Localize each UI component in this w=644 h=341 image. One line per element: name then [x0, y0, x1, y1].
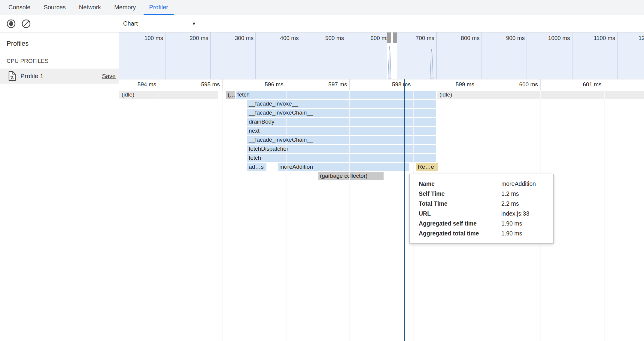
cpu-activity-spike: [430, 49, 433, 79]
tooltip-value: 1.90 ms: [501, 229, 548, 238]
flame-gridline-overlay: [604, 90, 605, 341]
overview-tick-label: 600 ms: [356, 35, 389, 41]
tabs: ConsoleSourcesNetworkMemoryProfiler: [2, 0, 175, 15]
overview-gridline: [210, 32, 211, 79]
tooltip-value: 2.2 ms: [501, 199, 548, 209]
tooltip-value: index.js:33: [501, 209, 548, 219]
overview-gridline: [481, 32, 482, 79]
flame-bar[interactable]: fetch: [247, 154, 436, 162]
overview-gridline: [165, 32, 166, 79]
overview-gridline: [301, 32, 301, 79]
cpu-activity-spike: [388, 46, 391, 79]
tab-console[interactable]: Console: [2, 0, 37, 15]
tooltip-label: Name: [419, 179, 501, 189]
frame-tooltip: NamemoreAdditionSelf Time1.2 msTotal Tim…: [409, 174, 554, 244]
view-mode-select[interactable]: Chart ▼: [123, 20, 196, 27]
overview-tick-label: 500 ms: [311, 35, 344, 41]
flame-chart[interactable]: (idle)(…fetch(idle)__facade_invoke____fa…: [119, 90, 644, 341]
overview-gridline: [346, 32, 346, 79]
overview-tick-label: 1000 ms: [537, 35, 570, 41]
playhead-marker[interactable]: [404, 79, 405, 341]
flame-gridline-overlay: [159, 90, 159, 341]
tooltip-value: moreAddition: [501, 179, 548, 189]
overview-tick-label: 900 ms: [492, 35, 525, 41]
ruler-gridline: [477, 79, 477, 90]
overview-tick-label: 300 ms: [220, 35, 254, 41]
ruler-gridline: [286, 79, 286, 90]
flame-gridline-overlay: [286, 90, 287, 341]
overview-gridline: [255, 32, 256, 79]
tooltip-row: Aggregated total time1.90 ms: [419, 229, 548, 238]
profile-name: Profile 1: [20, 72, 44, 80]
cpu-profiles-section-label: CPU PROFILES: [0, 48, 119, 69]
record-icon[interactable]: [6, 19, 16, 29]
tab-network[interactable]: Network: [72, 0, 108, 15]
overview-gridline: [527, 32, 527, 79]
view-toolbar: Chart ▼: [119, 15, 644, 32]
flame-bar[interactable]: (…: [226, 91, 235, 99]
flame-bar[interactable]: __facade_invokeChain__: [247, 109, 436, 117]
overview-tick-label: 1100 ms: [582, 35, 615, 41]
overview-tick-label: 700 ms: [401, 35, 434, 41]
tooltip-value: 1.2 ms: [501, 189, 548, 199]
ruler-tick-label: 597 ms: [310, 81, 347, 88]
ruler-gridline: [413, 79, 413, 90]
tooltip-row: NamemoreAddition: [419, 179, 548, 189]
overview-gridline: [436, 32, 437, 79]
flame-bar[interactable]: __facade_invokeChain__: [247, 136, 436, 144]
flame-bar[interactable]: (garbage collector): [318, 172, 384, 180]
profiles-heading: Profiles: [0, 32, 119, 48]
flame-bar[interactable]: (idle): [119, 91, 218, 99]
tooltip-label: URL: [419, 209, 501, 219]
profiler-toolbar: [0, 15, 119, 32]
flame-bar[interactable]: ad…s: [247, 163, 266, 171]
flame-bar[interactable]: Re…e: [416, 163, 438, 171]
overview-gridline: [617, 32, 618, 79]
tab-memory[interactable]: Memory: [108, 0, 142, 15]
flame-bar[interactable]: fetch: [236, 91, 436, 99]
tab-profiler[interactable]: Profiler: [142, 0, 175, 15]
flame-bar[interactable]: moreAddition: [278, 163, 409, 171]
sidebar: Profiles CPU PROFILES Profile 1 Save: [0, 15, 119, 341]
ruler-tick-label: 595 ms: [183, 81, 220, 88]
overview-tick-label: 400 ms: [266, 35, 299, 41]
ruler-gridline: [604, 79, 604, 90]
flame-bar[interactable]: next: [247, 127, 436, 135]
ruler-tick-label: 596 ms: [247, 81, 284, 88]
overview-tick-label: 1200 ms: [627, 35, 644, 41]
tooltip-label: Self Time: [419, 189, 501, 199]
timeline-overview[interactable]: 100 ms200 ms300 ms400 ms500 ms600 ms700 …: [119, 32, 644, 79]
overview-tick-label: 200 ms: [175, 35, 208, 41]
flame-bar[interactable]: drainBody: [247, 118, 436, 126]
tooltip-row: URLindex.js:33: [419, 209, 548, 219]
ruler-tick-label: 594 ms: [120, 81, 156, 88]
overview-right-handle[interactable]: [393, 32, 397, 43]
flame-bar[interactable]: __facade_invoke__: [247, 100, 436, 108]
tooltip-label: Aggregated total time: [419, 229, 501, 238]
tooltip-label: Total Time: [419, 199, 501, 209]
ruler-gridline: [159, 79, 159, 90]
tooltip-label: Aggregated self time: [419, 219, 501, 229]
flame-gridline-overlay: [222, 90, 223, 341]
flame-gridline-overlay: [349, 90, 350, 341]
overview-tick-label: 800 ms: [447, 35, 480, 41]
overview-left-handle[interactable]: [387, 32, 391, 43]
tooltip-row: Self Time1.2 ms: [419, 189, 548, 199]
ruler-gridline: [222, 79, 223, 90]
profile-document-icon: [8, 71, 16, 81]
tooltip-row: Aggregated self time1.90 ms: [419, 219, 548, 229]
tab-sources[interactable]: Sources: [37, 0, 72, 15]
ruler-gridline: [540, 79, 541, 90]
tab-bar: ConsoleSourcesNetworkMemoryProfiler: [0, 0, 644, 15]
ruler-tick-label: 599 ms: [438, 81, 474, 88]
save-profile-link[interactable]: Save: [102, 73, 116, 80]
profiler-content: Chart ▼ 100 ms200 ms300 ms400 ms500 ms60…: [119, 15, 644, 341]
dropdown-arrow-icon: ▼: [192, 21, 196, 26]
flame-bar[interactable]: fetchDispatcher: [247, 145, 436, 153]
time-ruler: 594 ms595 ms596 ms597 ms598 ms599 ms600 …: [119, 79, 644, 90]
profile-list-item[interactable]: Profile 1 Save: [0, 69, 119, 84]
view-mode-value: Chart: [123, 20, 138, 27]
ruler-tick-label: 600 ms: [501, 81, 538, 88]
clear-all-icon[interactable]: [21, 19, 31, 29]
overview-tick-label: 100 ms: [130, 35, 163, 41]
